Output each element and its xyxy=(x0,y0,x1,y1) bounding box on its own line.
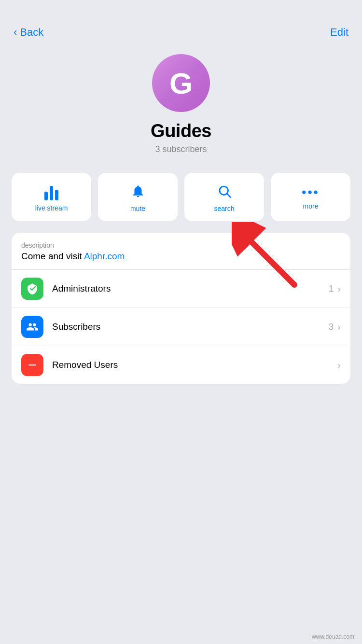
back-label: Back xyxy=(20,26,43,39)
mute-label: mute xyxy=(130,205,145,212)
back-chevron-icon: ‹ xyxy=(14,26,17,39)
subscriber-count: 3 subscribers xyxy=(155,144,207,154)
more-dots-icon: ••• xyxy=(302,186,319,198)
top-nav: ‹ Back Edit xyxy=(0,0,362,44)
description-section: description Come and visit Alphr.com xyxy=(12,233,350,270)
subscribers-icon xyxy=(21,316,43,338)
description-text-before-link: Come and visit xyxy=(21,251,84,261)
avatar-letter: G xyxy=(169,66,193,100)
administrators-icon xyxy=(21,278,43,300)
subscribers-chevron: › xyxy=(337,322,341,333)
back-button[interactable]: ‹ Back xyxy=(14,26,43,39)
live-stream-icon xyxy=(44,184,58,200)
description-label: description xyxy=(21,241,341,249)
search-button[interactable]: search xyxy=(184,173,264,221)
svg-line-1 xyxy=(227,194,230,197)
removed-users-row[interactable]: Removed Users › xyxy=(12,346,350,384)
avatar: G xyxy=(152,54,210,112)
subscribers-label: Subscribers xyxy=(52,322,329,332)
subscribers-count: 3 xyxy=(329,322,334,332)
removed-users-chevron: › xyxy=(337,360,341,371)
description-text: Come and visit Alphr.com xyxy=(21,251,341,262)
search-label: search xyxy=(214,205,234,212)
info-card: description Come and visit Alphr.com Adm… xyxy=(12,233,350,384)
administrators-chevron: › xyxy=(337,283,341,294)
removed-users-chevron-area: › xyxy=(337,360,341,371)
search-icon xyxy=(217,184,232,201)
action-row: live stream mute search ••• more xyxy=(0,173,362,221)
avatar-section: G Guides 3 subscribers xyxy=(0,44,362,173)
live-stream-label: live stream xyxy=(35,204,68,212)
administrators-label: Administrators xyxy=(52,283,329,294)
bell-icon xyxy=(131,184,145,201)
subscribers-row[interactable]: Subscribers 3 › xyxy=(12,308,350,346)
administrators-count-area: 1 › xyxy=(329,283,341,294)
mute-button[interactable]: mute xyxy=(98,173,178,221)
more-label: more xyxy=(303,202,319,210)
live-stream-button[interactable]: live stream xyxy=(12,173,91,221)
administrators-row[interactable]: Administrators 1 › xyxy=(12,270,350,308)
edit-button[interactable]: Edit xyxy=(330,26,348,39)
description-link[interactable]: Alphr.com xyxy=(84,251,125,261)
removed-users-icon xyxy=(21,354,43,376)
watermark: www.deuaq.com xyxy=(312,633,354,640)
subscribers-count-area: 3 › xyxy=(329,322,341,333)
removed-users-label: Removed Users xyxy=(52,360,337,370)
more-button[interactable]: ••• more xyxy=(271,173,350,221)
channel-name: Guides xyxy=(151,121,211,141)
administrators-count: 1 xyxy=(329,283,334,294)
